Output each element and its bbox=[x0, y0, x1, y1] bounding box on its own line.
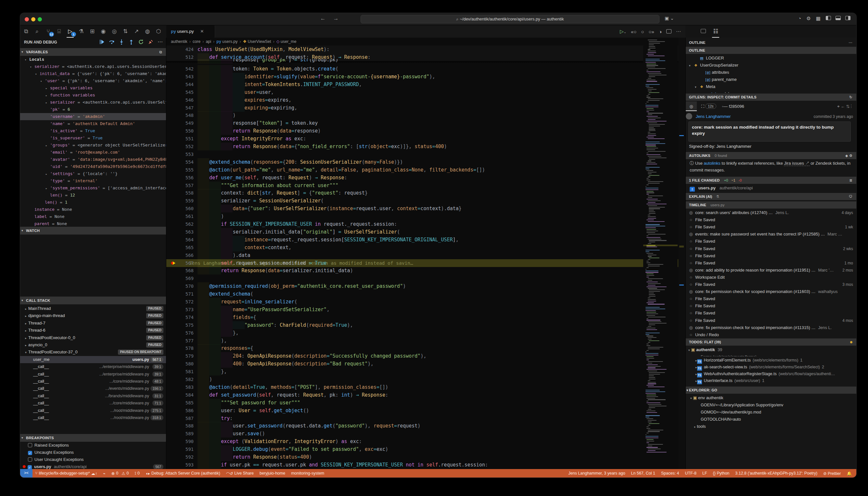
code-line[interactable]: 552 return Response(data={"non_field_err… bbox=[166, 143, 685, 150]
settings-gear-icon[interactable]: ⚙ bbox=[807, 16, 811, 21]
status-interpreter[interactable]: 3.12.8 ('authentik-xEAhpGPh-py3.12': Poe… bbox=[735, 471, 817, 476]
code-line[interactable]: 542 token: Token = Token.objects.create( bbox=[166, 65, 685, 73]
gitlens-refresh-icon[interactable]: ↻ bbox=[850, 94, 852, 101]
breadcrumb-item[interactable]: api bbox=[206, 39, 211, 44]
status-debug-icon[interactable]: ⌁ bbox=[103, 471, 106, 476]
timeline-item[interactable]: ○File Saved bbox=[686, 216, 856, 223]
breadcrumb-item[interactable]: ◇ user_me bbox=[277, 39, 297, 44]
reverse-continue-icon[interactable]: «○ bbox=[631, 29, 636, 34]
outline-item[interactable]: ▾❖UserGroupSerializer bbox=[686, 62, 856, 69]
customize-layout-icon[interactable]: ▦ bbox=[816, 16, 821, 21]
todos-root[interactable]: ▾ ▣ authentik39 bbox=[686, 346, 856, 353]
layout-dropdown-icon[interactable]: ▣ ⌄ bbox=[665, 16, 674, 21]
todo-item[interactable]: ▸TSak-search-select-view.ts(web/src/elem… bbox=[686, 363, 856, 371]
files-icon[interactable]: ⧉ bbox=[21, 27, 31, 36]
variable-row[interactable]: 'username' = 'akadmin' bbox=[20, 113, 166, 120]
code-line[interactable]: 548 ) bbox=[166, 111, 685, 119]
breakpoint-row[interactable]: ✓Uncaught Exceptions bbox=[20, 449, 166, 456]
testing-icon[interactable]: ⚗ bbox=[76, 27, 86, 36]
code-line[interactable]: 574 fields={ bbox=[166, 313, 685, 321]
commit-author-link[interactable]: Jens Langhammer bbox=[696, 114, 731, 119]
gitlens-toolbar-icons[interactable]: ⌖ ← ⇅ ⋮ bbox=[837, 101, 852, 112]
outline-item[interactable]: [@]parent_name bbox=[686, 76, 856, 83]
outline-item[interactable]: [@]attributes bbox=[686, 69, 856, 76]
command-center-search[interactable]: ⌕ ~/dev/authentik/authentik/core/api/use… bbox=[360, 15, 660, 24]
code-line[interactable]: 554 @extend_schema(responses={200: Sessi… bbox=[166, 158, 685, 166]
status-ports[interactable]: ⟟0 bbox=[135, 471, 140, 476]
variable-row[interactable]: label = None bbox=[20, 213, 166, 220]
timeline-item[interactable]: ○File Saved bbox=[686, 252, 856, 260]
code-line[interactable]: 587 try: bbox=[166, 415, 685, 422]
variable-row[interactable]: 'avatar' = 'data:image/svg+xml;base64,PH… bbox=[20, 156, 166, 163]
timeline-item[interactable]: ◎core: search users' attributes (#12740)… bbox=[686, 209, 856, 216]
code-line[interactable]: 424class UserViewSet(UsedByMixin, ModelV… bbox=[166, 45, 685, 53]
code-editor[interactable]: authentik›core›api›py users.py›❖ UserVie… bbox=[166, 38, 685, 469]
status-cursor[interactable]: Ln 567, Col 1 bbox=[631, 471, 655, 476]
code-line[interactable]: 564 instance=request._request.session[SE… bbox=[166, 236, 685, 244]
jira-issues-link[interactable]: Jira issues ↗ bbox=[784, 161, 809, 166]
gitlens-section-header[interactable]: GITLENS: INSPECT: COMMIT DETAILS ↻ bbox=[686, 94, 856, 101]
timeline-item[interactable]: ○File Saved3 mos bbox=[686, 281, 856, 288]
variable-row[interactable]: ▸'settings' = {'locale': ''} bbox=[20, 170, 166, 177]
variable-row[interactable]: 'is_active' = True bbox=[20, 127, 166, 135]
editor-copy-view-icon[interactable] bbox=[698, 27, 708, 36]
explorer-go-section-header[interactable]: ▾ EXPLORER: GO bbox=[686, 387, 856, 394]
share-icon[interactable]: ↗ bbox=[131, 27, 141, 36]
continue-forward-icon[interactable]: ○» bbox=[649, 29, 654, 34]
variable-row[interactable]: ▾Locals bbox=[20, 56, 166, 63]
code-line[interactable]: 562 if SESSION_KEY_IMPERSONATE_USER in r… bbox=[166, 220, 685, 228]
search-icon[interactable]: ⌕ bbox=[32, 27, 42, 36]
breakpoint-row[interactable]: Raised Exceptions bbox=[20, 442, 166, 449]
pull-request-icon[interactable]: ⇅ bbox=[121, 27, 130, 36]
variable-row[interactable]: instance = None bbox=[20, 206, 166, 213]
todo-item[interactable]: ▸TSUserInterface.ts(web/src/user)1 bbox=[686, 377, 856, 384]
code-line[interactable]: 543 identifier=slugify(value=f"service-a… bbox=[166, 73, 685, 80]
breadcrumb-item[interactable]: py users.py bbox=[216, 39, 237, 44]
call-stack-frame[interactable]: __call__.../core/middleware.py48:1 bbox=[20, 378, 166, 385]
code-line[interactable]: 582 ) bbox=[166, 375, 685, 383]
outline-item[interactable]: ▤LOGGER bbox=[686, 55, 856, 62]
timeline-section-header[interactable]: TIMELINE users.py bbox=[686, 201, 856, 208]
explain-ai-section-header[interactable]: EXPLAIN (AI) ⚗ 🗨 bbox=[686, 193, 856, 200]
code-line[interactable]: 559 serializer = SessionUserSerializer( bbox=[166, 197, 685, 205]
file-changed-layout-icon[interactable]: ≣ bbox=[850, 177, 852, 184]
todo-item[interactable]: ▸TSHorizontalFormElement.ts(web/src/elem… bbox=[686, 357, 856, 364]
code-line[interactable]: 549 response["token"] = token.key bbox=[166, 119, 685, 127]
call-stack-frame[interactable]: __call__.../enterprise/middleware.py39:1 bbox=[20, 371, 166, 378]
history-back-icon[interactable]: ← bbox=[319, 15, 327, 22]
todos-section-header[interactable]: TODOS: FLAT (39) bbox=[686, 339, 856, 346]
step-out-icon[interactable] bbox=[128, 39, 134, 45]
code-line[interactable]: 571 @extend_schema( bbox=[166, 290, 685, 298]
file-changed-section-header[interactable]: 1 FILE CHANGED +0 ~1 -0 ≣ bbox=[686, 177, 856, 184]
variable-row[interactable]: ▸'system_permissions' = ['access_admin_i… bbox=[20, 185, 166, 192]
breakpoint-row[interactable]: ✓users.pyauthentik/core/api567 bbox=[20, 463, 166, 469]
code-line[interactable]: 585 """Set password for user""" bbox=[166, 399, 685, 407]
status-indent[interactable]: Spaces: 4 bbox=[661, 471, 679, 476]
timeline-item[interactable]: ○File Saved bbox=[686, 310, 856, 317]
debug-continue-icon[interactable] bbox=[99, 39, 105, 45]
code-line[interactable]: 578 responses={ bbox=[166, 344, 685, 352]
variables-section-header[interactable]: ▾VARIABLES ⧉ bbox=[20, 48, 166, 56]
restart-icon[interactable] bbox=[138, 39, 144, 45]
variable-row[interactable]: len() = 1 bbox=[20, 199, 166, 206]
breadcrumb[interactable]: authentik›core›api›py users.py›❖ UserVie… bbox=[171, 38, 296, 45]
breakpoint-checkbox[interactable] bbox=[28, 443, 32, 447]
call-stack-frame[interactable]: __call__.../core/middleware.py71:1 bbox=[20, 400, 166, 407]
variable-row[interactable]: ▾'user' = {'pk': 6, 'username': 'akadmin… bbox=[20, 77, 166, 84]
autolinks-section-header[interactable]: AUTOLINKS 0 found ◈ ⚙ bbox=[686, 152, 856, 159]
code-line[interactable]: 563 serializer.initial_data["original"] … bbox=[166, 228, 685, 236]
status-problems[interactable]: ⊗0⚠0 bbox=[111, 471, 129, 476]
watch-section-header[interactable]: ▾WATCH bbox=[20, 227, 166, 234]
code-line[interactable]: 581 }, bbox=[166, 368, 685, 375]
zoom-window-button[interactable] bbox=[38, 17, 42, 21]
outline-section-header[interactable]: OUTLINE bbox=[686, 47, 856, 54]
variable-row[interactable]: parent = None bbox=[20, 220, 166, 227]
debug-more-icon[interactable]: ⋯ bbox=[157, 38, 163, 45]
timeline-item[interactable]: ○Undo / Redo bbox=[686, 331, 856, 339]
remote-explorer-icon[interactable]: ⌻ bbox=[54, 27, 64, 36]
code-line[interactable]: 556 def user_me(self, request: Request) … bbox=[166, 174, 685, 182]
code-line[interactable]: 572 request=inline_serializer( bbox=[166, 298, 685, 306]
code-line[interactable]: 593 if user.pk == request.user.pk and SE… bbox=[166, 461, 685, 469]
call-stack-thread[interactable]: ▸ThreadPoolExecutor-0_0PAUSED bbox=[20, 334, 166, 341]
breadcrumb-item[interactable]: core bbox=[192, 39, 200, 44]
